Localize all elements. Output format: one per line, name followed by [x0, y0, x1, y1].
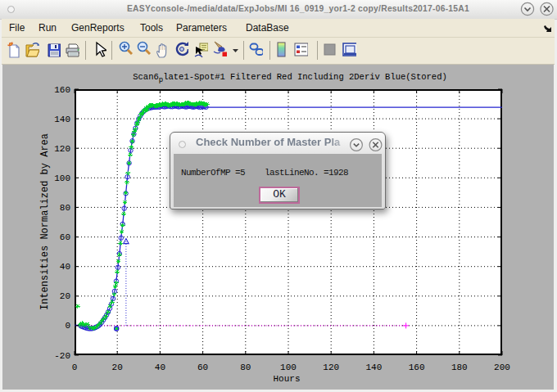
- svg-text:0: 0: [72, 363, 78, 372]
- svg-text:Intensities Normalized by Area: Intensities Normalized by Area: [39, 133, 51, 310]
- svg-text:Scan6plate1-Spot#1 Filtered Re: Scan6plate1-Spot#1 Filtered Red Includin…: [133, 72, 446, 84]
- svg-text:160: 160: [54, 85, 70, 95]
- svg-text:120: 120: [323, 363, 339, 372]
- svg-text:160: 160: [409, 363, 425, 372]
- svg-text:120: 120: [54, 144, 70, 154]
- svg-text:140: 140: [365, 363, 382, 372]
- svg-text:180: 180: [451, 363, 468, 372]
- svg-text:60: 60: [197, 363, 208, 372]
- svg-text:40: 40: [60, 262, 70, 272]
- svg-text:140: 140: [54, 115, 70, 124]
- svg-text:40: 40: [155, 363, 165, 372]
- svg-text:-20: -20: [54, 351, 70, 361]
- svg-text:60: 60: [60, 232, 70, 242]
- svg-text:100: 100: [54, 173, 70, 183]
- svg-text:100: 100: [280, 363, 297, 372]
- svg-text:200: 200: [494, 363, 510, 372]
- svg-text:Hours: Hours: [273, 374, 300, 384]
- svg-text:80: 80: [60, 203, 70, 213]
- svg-text:20: 20: [112, 363, 123, 372]
- svg-text:0: 0: [65, 321, 70, 331]
- svg-text:20: 20: [60, 291, 70, 301]
- svg-text:80: 80: [240, 363, 251, 372]
